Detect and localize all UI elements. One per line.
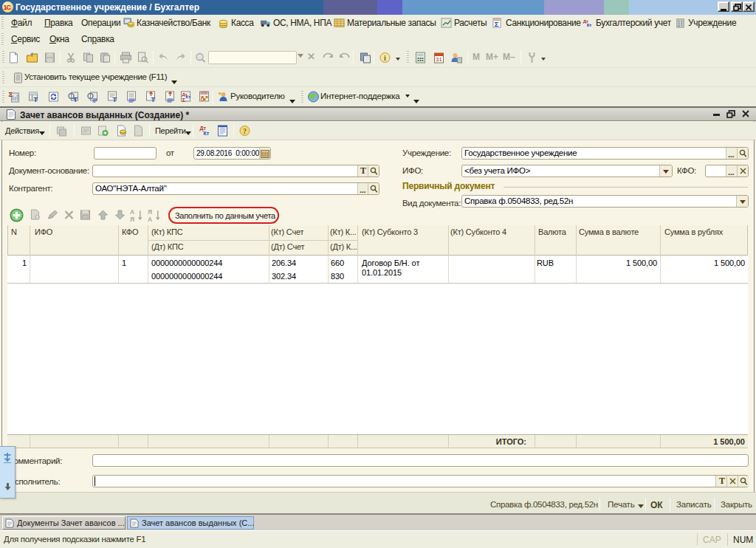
svg-text:Σ: Σ: [495, 21, 499, 28]
svg-text:А: А: [148, 216, 152, 222]
svg-text:Кт: Кт: [186, 95, 191, 99]
svg-text:Я: Я: [130, 216, 134, 222]
svg-text:T: T: [34, 96, 38, 103]
svg-text:Σ: Σ: [9, 91, 13, 98]
svg-text:T: T: [113, 96, 117, 103]
svg-text:Кт: Кт: [587, 22, 592, 27]
svg-text:Σ: Σ: [182, 97, 186, 103]
svg-text:?: ?: [243, 127, 247, 135]
svg-text:i: i: [384, 54, 386, 62]
svg-text:T: T: [151, 96, 156, 103]
svg-text:31: 31: [436, 56, 442, 63]
svg-text:Кт: Кт: [204, 131, 210, 136]
svg-text:T: T: [74, 96, 78, 103]
